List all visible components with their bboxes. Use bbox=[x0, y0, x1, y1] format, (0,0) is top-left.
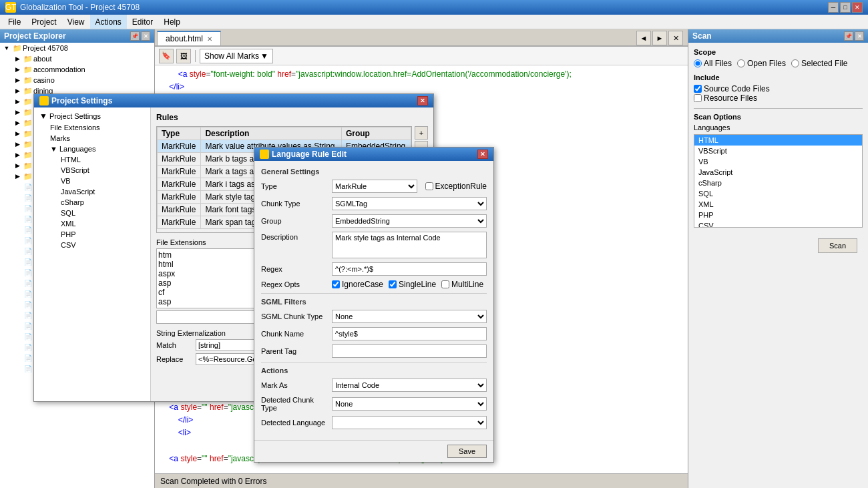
description-row: Description Mark style tags as Internal … bbox=[261, 232, 487, 258]
lang-rule-body: General Settings Type MarkRule Exception… bbox=[254, 161, 493, 440]
dialogs-overlay: Project Settings ✕ ▼ Project Settings Fi… bbox=[0, 0, 868, 488]
lre-divider-1 bbox=[261, 293, 487, 294]
ignore-case-checkbox[interactable] bbox=[332, 280, 340, 288]
project-settings-title-bar: Project Settings ✕ bbox=[34, 94, 433, 107]
settings-tree-xml[interactable]: XML bbox=[37, 218, 148, 229]
actions-title: Actions bbox=[261, 367, 487, 375]
mark-as-select[interactable]: Internal Code bbox=[332, 379, 487, 392]
group-label: Group bbox=[261, 217, 328, 225]
type-select[interactable]: MarkRule bbox=[332, 180, 417, 193]
exception-rule-label: ExceptionRule bbox=[435, 182, 487, 191]
settings-tree-vbscript[interactable]: VBScript bbox=[37, 165, 148, 176]
multi-line-option[interactable]: MultiLine bbox=[441, 280, 483, 289]
settings-tree-file-extensions[interactable]: File Extensions bbox=[37, 122, 148, 133]
settings-tree-vb[interactable]: VB bbox=[37, 176, 148, 186]
settings-tree-sql[interactable]: SQL bbox=[37, 208, 148, 218]
group-select[interactable]: EmbeddedString bbox=[332, 214, 487, 228]
ignore-case-option[interactable]: IgnoreCase bbox=[332, 280, 383, 289]
parent-tag-input[interactable] bbox=[332, 344, 487, 358]
chunk-name-input[interactable] bbox=[332, 327, 487, 340]
detected-chunk-type-row: Detected Chunk Type None bbox=[261, 396, 487, 412]
regex-opts-row: Regex Opts IgnoreCase SingleLine MultiLi… bbox=[261, 280, 487, 289]
detected-language-select[interactable] bbox=[332, 416, 487, 429]
chunk-type-label: Chunk Type bbox=[261, 200, 328, 208]
regex-opts-checkboxes: IgnoreCase SingleLine MultiLine bbox=[332, 280, 483, 289]
language-rule-edit-dialog: Language Rule Edit ✕ General Settings Ty… bbox=[254, 147, 494, 463]
chunk-name-label: Chunk Name bbox=[261, 330, 328, 338]
settings-tree-root[interactable]: ▼ Project Settings bbox=[37, 110, 148, 122]
chunk-type-select[interactable]: SGMLTag bbox=[332, 197, 487, 210]
sgml-filters-section: SGML Filters SGML Chunk Type None Chunk … bbox=[261, 298, 487, 358]
settings-tree-csharp[interactable]: cSharp bbox=[37, 197, 148, 208]
col-type: Type bbox=[158, 128, 201, 140]
col-desc: Description bbox=[201, 128, 342, 140]
exception-rule-container: ExceptionRule bbox=[425, 182, 487, 191]
sgml-chunk-type-select[interactable]: None bbox=[332, 310, 487, 323]
ext-input-field[interactable] bbox=[156, 310, 258, 324]
description-textarea[interactable]: Mark style tags as Internal Code bbox=[332, 232, 487, 258]
project-settings-title: Project Settings bbox=[51, 96, 112, 105]
settings-tree-languages[interactable]: ▼ Languages bbox=[37, 144, 148, 154]
regex-label: Regex bbox=[261, 265, 328, 273]
regex-opts-label: Regex Opts bbox=[261, 280, 328, 288]
type-row: Type MarkRule ExceptionRule bbox=[261, 180, 487, 193]
detected-language-label: Detected Language bbox=[261, 419, 328, 427]
col-group: Group bbox=[341, 128, 411, 140]
multi-line-checkbox[interactable] bbox=[441, 280, 449, 288]
single-line-option[interactable]: SingleLine bbox=[389, 280, 436, 289]
lang-rule-close-button[interactable]: ✕ bbox=[477, 150, 488, 159]
sgml-filters-title: SGML Filters bbox=[261, 298, 487, 306]
settings-tree-csv[interactable]: CSV bbox=[37, 240, 148, 250]
regex-row: Regex bbox=[261, 262, 487, 276]
chunk-name-row: Chunk Name bbox=[261, 327, 487, 340]
detected-language-row: Detected Language bbox=[261, 416, 487, 429]
lang-rule-icon bbox=[260, 150, 269, 159]
parent-tag-row: Parent Tag bbox=[261, 344, 487, 358]
lang-rule-save-button[interactable]: Save bbox=[447, 445, 487, 458]
type-label: Type bbox=[261, 182, 328, 190]
detected-chunk-type-select[interactable]: None bbox=[332, 397, 487, 411]
mark-as-row: Mark As Internal Code bbox=[261, 379, 487, 392]
settings-tree-marks[interactable]: Marks bbox=[37, 133, 148, 144]
rules-add-button[interactable]: + bbox=[415, 126, 428, 140]
mark-as-label: Mark As bbox=[261, 381, 328, 389]
lang-rule-title: Language Rule Edit bbox=[272, 150, 347, 159]
lre-divider-2 bbox=[261, 362, 487, 362]
regex-input[interactable] bbox=[332, 262, 487, 276]
match-label: Match bbox=[156, 341, 193, 349]
description-label: Description bbox=[261, 233, 328, 241]
exception-rule-checkbox[interactable] bbox=[425, 182, 433, 190]
lang-rule-footer: Save bbox=[254, 440, 493, 462]
chunk-type-row: Chunk Type SGMLTag bbox=[261, 197, 487, 210]
sgml-chunk-type-label: SGML Chunk Type bbox=[261, 312, 328, 320]
detected-chunk-type-label: Detected Chunk Type bbox=[261, 396, 328, 412]
general-settings-title: General Settings bbox=[261, 168, 487, 176]
parent-tag-label: Parent Tag bbox=[261, 347, 328, 355]
group-row: Group EmbeddedString bbox=[261, 214, 487, 228]
lang-rule-title-bar: Language Rule Edit ✕ bbox=[254, 148, 493, 161]
project-settings-close-button[interactable]: ✕ bbox=[417, 96, 428, 105]
sgml-chunk-type-row: SGML Chunk Type None bbox=[261, 310, 487, 323]
rules-title: Rules bbox=[156, 113, 428, 122]
replace-label: Replace bbox=[156, 355, 193, 363]
single-line-checkbox[interactable] bbox=[389, 280, 397, 288]
actions-section: Actions Mark As Internal Code Detected C… bbox=[261, 367, 487, 429]
settings-tree-html[interactable]: HTML bbox=[37, 154, 148, 165]
dialog-icon bbox=[39, 96, 49, 105]
settings-tree-javascript[interactable]: JavaScript bbox=[37, 186, 148, 197]
project-settings-tree: ▼ Project Settings File Extensions Marks… bbox=[34, 107, 151, 401]
settings-tree-php[interactable]: PHP bbox=[37, 229, 148, 240]
